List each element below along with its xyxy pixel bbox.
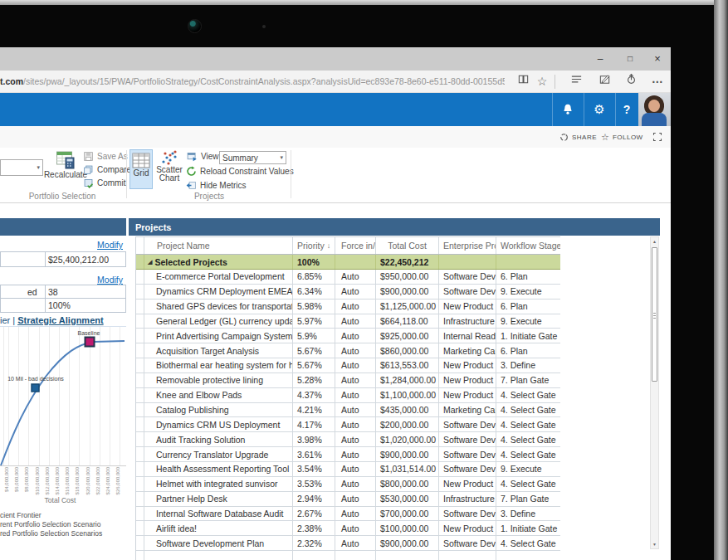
project-row[interactable]: Partner Help Desk2.94%Auto$530,000.00Inf… [136, 492, 560, 507]
share-page-button[interactable]: SHARE [559, 126, 597, 148]
workflow-stage-cell: 6. Plan [496, 343, 560, 358]
project-row[interactable]: Health Assessment Reporting Tool3.54%Aut… [136, 462, 560, 477]
microphone-dot [262, 25, 266, 28]
maximize-button[interactable]: □ [620, 51, 640, 67]
project-row[interactable]: Dynamics CRM US Deployment4.17%Auto$200,… [136, 417, 560, 432]
modify-selection-link[interactable]: Modify [97, 275, 123, 285]
project-row[interactable]: Currency Translator Upgrade3.61%Auto$900… [136, 447, 560, 462]
project-name-cell: Audit Tracking Solution [144, 432, 293, 446]
gutter-cell [136, 343, 144, 358]
scroll-up-arrow[interactable]: ▲ [651, 237, 658, 246]
scatter-chart-button[interactable]: Scatter Chart [156, 149, 183, 183]
project-row[interactable]: Shared GPS devices for transportation5.9… [136, 299, 560, 314]
recalculate-button[interactable]: Recalculate [46, 150, 85, 179]
project-row[interactable]: Internal Software Database Audit2.67%Aut… [136, 507, 560, 522]
help-icon[interactable]: ? [615, 93, 638, 126]
total-cost-cell: $100,000.00 [376, 521, 439, 535]
reading-view-icon[interactable] [515, 73, 531, 90]
save-as-button[interactable]: Save As [83, 150, 128, 163]
scroll-down-arrow[interactable]: ▼ [651, 540, 658, 548]
notifications-bell-icon[interactable] [552, 93, 584, 126]
project-row[interactable]: Knee and Elbow Pads4.37%Auto$1,100,000.0… [136, 388, 560, 403]
gutter-cell [136, 477, 144, 491]
project-name-cell: Removable protective lining [144, 373, 293, 387]
more-options-icon[interactable]: ⋯ [649, 73, 666, 90]
tab-strategic-alignment[interactable]: Strategic Alignment [17, 315, 104, 325]
favorites-star-icon[interactable]: ☆ [534, 73, 550, 90]
project-row[interactable]: Airlift idea!2.38%Auto$100,000.00New Pro… [136, 521, 560, 536]
project-row[interactable]: Print Advertising Campaign System5.9%Aut… [136, 329, 560, 343]
scenario-combobox[interactable]: ▾ [0, 159, 43, 176]
settings-gear-icon[interactable]: ⚙ [584, 93, 615, 126]
x-tick-label: $22,000,000 [95, 467, 100, 494]
reload-constraint-values-button[interactable]: Reload Constraint Values [186, 165, 294, 178]
col-header-workflow-stage[interactable]: Workflow Stage [496, 237, 560, 254]
tab-efficient-frontier[interactable]: ier | [0, 315, 15, 325]
gutter-cell [136, 507, 144, 521]
user-avatar[interactable] [638, 93, 671, 126]
col-header-force[interactable]: Force in/out [335, 237, 376, 254]
force-cell: Auto [335, 329, 376, 343]
web-note-icon[interactable] [596, 73, 613, 90]
grid-header-row: Project Name Priority↓ Force in/out Tota… [136, 236, 560, 255]
workflow-stage-cell: 9. Execute [496, 462, 560, 476]
project-row[interactable]: Acquisition Target Analysis5.67%Auto$860… [136, 343, 560, 358]
project-row[interactable]: General Ledger (GL) currency update5.97%… [136, 314, 560, 329]
gutter-cell [136, 299, 144, 314]
close-button[interactable]: × [647, 51, 667, 67]
priority-cell: 3.53% [293, 477, 335, 491]
project-name-cell: General Ledger (GL) currency update [144, 314, 293, 329]
collapse-triangle-icon[interactable]: ◢ [148, 259, 152, 265]
enterprise-type-cell: Marketing Camp [439, 343, 496, 358]
baseline-point[interactable] [86, 338, 95, 347]
workflow-stage-cell: 4. Select Gate [496, 388, 560, 402]
enterprise-type-cell: New Product De [439, 521, 496, 535]
minimize-button[interactable]: – [590, 51, 610, 67]
col-header-enterprise-type[interactable]: Enterprise Proje [439, 237, 496, 254]
total-cost-cell: $860,000.00 [376, 343, 439, 358]
priority-cell: 2.94% [293, 492, 335, 506]
scenario-point[interactable] [32, 384, 39, 392]
grid-view-button[interactable]: Grid [129, 149, 153, 189]
share-icon[interactable] [623, 73, 639, 90]
compare-button[interactable]: Compare [83, 163, 131, 176]
project-row[interactable]: Helmet with integrated sunvisor3.53%Auto… [136, 477, 560, 492]
priority-cell: 5.9% [293, 329, 335, 343]
gutter-cell [136, 329, 144, 343]
follow-button[interactable]: ☆ FOLLOW [601, 126, 643, 148]
scatter-chart-icon [160, 149, 178, 166]
commit-button[interactable]: Commit [83, 177, 125, 189]
project-row[interactable]: Removable protective lining5.28%Auto$1,2… [136, 373, 560, 388]
enterprise-type-cell: Infrastructure & [439, 314, 496, 329]
baseline-point-label: Baseline [78, 330, 100, 336]
col-header-project-name[interactable]: Project Name [144, 237, 293, 254]
device-top-bezel [0, 5, 671, 47]
x-tick-label: $20,000,000 [86, 467, 90, 494]
total-cost-cell: $800,000.00 [376, 477, 439, 491]
project-row[interactable]: Audit Tracking Solution3.98%Auto$1,020,0… [136, 432, 560, 447]
scrollbar-thumb[interactable] [652, 247, 657, 382]
total-cost-cell: $700,000.00 [376, 507, 439, 521]
view-dropdown[interactable]: Summary ▾ [219, 151, 286, 164]
project-row[interactable]: Software Development Plan2.32%Auto$900,0… [136, 536, 560, 551]
force-cell: Auto [335, 270, 376, 284]
efficient-frontier-chart: Baseline 10 Mil - bad decisions [0, 327, 126, 466]
col-header-priority[interactable]: Priority↓ [293, 237, 335, 254]
vertical-scrollbar[interactable]: ▲ ▼ [650, 236, 659, 549]
col-header-total-cost[interactable]: Total Cost [376, 237, 439, 254]
hide-metrics-button[interactable]: Hide Metrics [186, 179, 247, 192]
modify-cost-link[interactable]: Modify [97, 240, 123, 250]
legend-item: cient Frontier [0, 511, 129, 520]
hub-icon[interactable] [568, 73, 584, 90]
workflow-stage-cell: 4. Select Gate [496, 447, 560, 461]
force-cell: Auto [335, 447, 376, 461]
project-row[interactable]: Biothermal ear heating system for helm5.… [136, 358, 560, 373]
focus-mode-icon[interactable] [652, 126, 662, 148]
project-row[interactable]: E-commerce Portal Development6.85%Auto$9… [136, 270, 560, 285]
project-row[interactable]: Catalog Publishing4.21%Auto$435,000.00Ma… [136, 403, 560, 418]
project-row[interactable]: Dynamics CRM Deployment EMEA6.34%Auto$90… [136, 285, 560, 299]
scenario-point-label: 10 Mil - bad decisions [7, 376, 64, 382]
commit-icon [83, 178, 94, 188]
workflow-stage-cell: 3. Define [496, 507, 560, 521]
selected-projects-summary-row[interactable]: ◢Selected Projects 100% $22,450,212 [136, 255, 560, 270]
